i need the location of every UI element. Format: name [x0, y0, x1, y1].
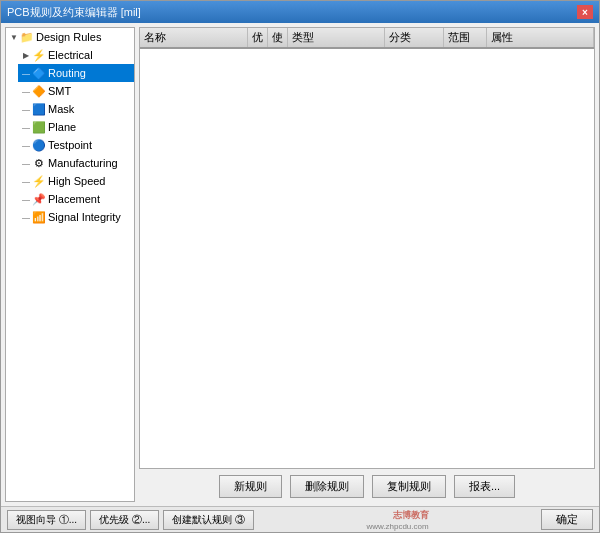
routing-icon: 🔷: [32, 66, 46, 80]
button-row: 新规则 删除规则 复制规则 报表...: [139, 469, 595, 502]
expand-icon[interactable]: —: [20, 175, 32, 187]
close-button[interactable]: ×: [577, 5, 593, 19]
sidebar-label: Manufacturing: [48, 157, 118, 169]
sidebar-item-placement[interactable]: — 📌 Placement: [18, 190, 134, 208]
auto-default-button[interactable]: 创建默认规则 ③: [163, 510, 254, 530]
manufacturing-icon: ⚙: [32, 156, 46, 170]
expand-icon[interactable]: —: [20, 103, 32, 115]
window-title: PCB规则及约束编辑器 [mil]: [7, 5, 141, 20]
testpoint-icon: 🔵: [32, 138, 46, 152]
report-button[interactable]: 报表...: [454, 475, 515, 498]
expand-icon[interactable]: —: [20, 157, 32, 169]
watermark-area: 志博教育 www.zhpcdu.com: [366, 509, 428, 531]
expand-icon[interactable]: ▼: [8, 31, 20, 43]
col-header-priority[interactable]: 优: [247, 28, 267, 48]
sidebar-item-testpoint[interactable]: — 🔵 Testpoint: [18, 136, 134, 154]
expand-icon[interactable]: —: [20, 211, 32, 223]
lightning-icon: ⚡: [32, 48, 46, 62]
mask-icon: 🟦: [32, 102, 46, 116]
title-bar: PCB规则及约束编辑器 [mil] ×: [1, 1, 599, 23]
sidebar-label: Placement: [48, 193, 100, 205]
col-header-scope[interactable]: 范围: [443, 28, 486, 48]
sidebar: ▼ 📁 Design Rules ▶ ⚡ Electrical — 🔷: [5, 27, 135, 502]
sidebar-label: High Speed: [48, 175, 106, 187]
sidebar-item-smt[interactable]: — 🔶 SMT: [18, 82, 134, 100]
rules-table-container[interactable]: 名称 优 使 类型 分类 范围 属性: [139, 27, 595, 469]
sidebar-item-high-speed[interactable]: — ⚡ High Speed: [18, 172, 134, 190]
table-area: 名称 优 使 类型 分类 范围 属性 新规则: [139, 27, 595, 502]
delete-rule-button[interactable]: 删除规则: [290, 475, 364, 498]
new-rule-button[interactable]: 新规则: [219, 475, 282, 498]
sidebar-item-electrical[interactable]: ▶ ⚡ Electrical: [18, 46, 134, 64]
plane-icon: 🟩: [32, 120, 46, 134]
signal-icon: 📶: [32, 210, 46, 224]
wizard-button[interactable]: 视图向导 ①...: [7, 510, 86, 530]
sidebar-item-plane[interactable]: — 🟩 Plane: [18, 118, 134, 136]
sidebar-label: Signal Integrity: [48, 211, 121, 223]
sidebar-children: ▶ ⚡ Electrical — 🔷 Routing — 🔶: [6, 46, 134, 226]
sidebar-label: Electrical: [48, 49, 93, 61]
priority-button[interactable]: 优先级 ②...: [90, 510, 159, 530]
sidebar-label: Routing: [48, 67, 86, 79]
sidebar-item-routing[interactable]: — 🔷 Routing: [18, 64, 134, 82]
col-header-attributes[interactable]: 属性: [486, 28, 593, 48]
col-header-type[interactable]: 类型: [287, 28, 384, 48]
smt-icon: 🔶: [32, 84, 46, 98]
expand-icon[interactable]: —: [20, 67, 32, 79]
col-header-enabled[interactable]: 使: [267, 28, 287, 48]
sidebar-label: Design Rules: [36, 31, 101, 43]
watermark-line1: 志博教育: [366, 509, 428, 522]
col-header-category[interactable]: 分类: [384, 28, 443, 48]
folder-icon: 📁: [20, 30, 34, 44]
expand-icon[interactable]: —: [20, 193, 32, 205]
expand-icon[interactable]: —: [20, 121, 32, 133]
sidebar-item-design-rules[interactable]: ▼ 📁 Design Rules: [6, 28, 134, 46]
sidebar-label: Testpoint: [48, 139, 92, 151]
ok-button[interactable]: 确定: [541, 509, 593, 530]
bottom-left: 视图向导 ①... 优先级 ②... 创建默认规则 ③: [7, 510, 254, 530]
expand-icon[interactable]: —: [20, 139, 32, 151]
main-content: ▼ 📁 Design Rules ▶ ⚡ Electrical — 🔷: [1, 23, 599, 506]
col-header-name[interactable]: 名称: [140, 28, 247, 48]
watermark-line2: www.zhpcdu.com: [366, 522, 428, 531]
sidebar-label: Plane: [48, 121, 76, 133]
copy-rule-button[interactable]: 复制规则: [372, 475, 446, 498]
sidebar-label: SMT: [48, 85, 71, 97]
expand-icon[interactable]: ▶: [20, 49, 32, 61]
sidebar-item-mask[interactable]: — 🟦 Mask: [18, 100, 134, 118]
rules-table: 名称 优 使 类型 分类 范围 属性: [140, 28, 594, 49]
bottom-bar: 视图向导 ①... 优先级 ②... 创建默认规则 ③ 志博教育 www.zhp…: [1, 506, 599, 532]
sidebar-item-signal-integrity[interactable]: — 📶 Signal Integrity: [18, 208, 134, 226]
expand-icon[interactable]: —: [20, 85, 32, 97]
placement-icon: 📌: [32, 192, 46, 206]
sidebar-item-manufacturing[interactable]: — ⚙ Manufacturing: [18, 154, 134, 172]
sidebar-label: Mask: [48, 103, 74, 115]
highspeed-icon: ⚡: [32, 174, 46, 188]
main-window: PCB规则及约束编辑器 [mil] × ▼ 📁 Design Rules ▶ ⚡…: [0, 0, 600, 533]
